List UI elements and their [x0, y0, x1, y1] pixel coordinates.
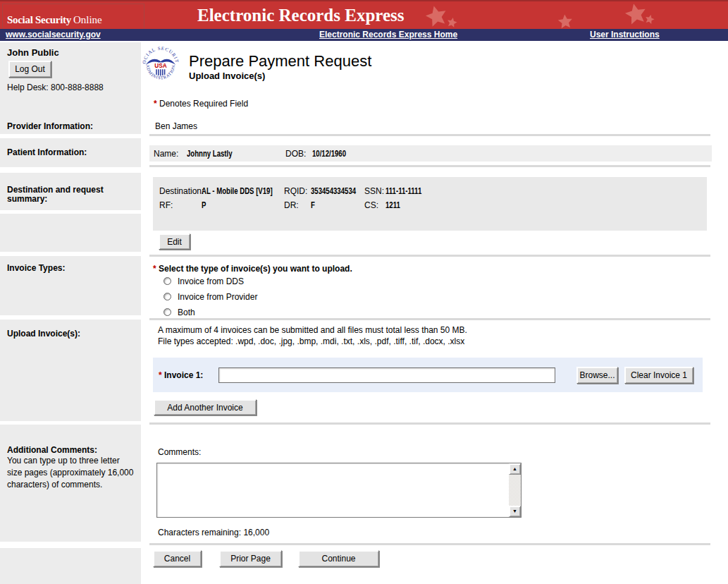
- svg-text:USA: USA: [154, 63, 166, 69]
- sidebar-comments-section: Additional Comments: You can type up to …: [0, 425, 141, 542]
- sidebar-footer-section: [0, 548, 141, 584]
- patient-name-value: Johnny Lastly: [187, 149, 233, 159]
- patient-name-label: Name:: [154, 149, 178, 159]
- invoice-1-label: * Invoice 1:: [159, 370, 203, 380]
- required-field-note: * Denotes Required Field: [154, 99, 248, 109]
- divider: [149, 422, 710, 425]
- sidebar-user-section: John Public Log Out Help Desk: 800-888-8…: [0, 42, 141, 134]
- patient-info-row: Name: Johnny Lastly DOB: 10/12/1960: [149, 145, 712, 162]
- brand-bold: Social Security: [7, 14, 71, 25]
- sidebar-item-provider-information: Provider Information:: [0, 121, 93, 131]
- banner-title: Electronic Records Express: [197, 6, 404, 25]
- ssn-label: SSN:: [364, 186, 384, 196]
- divider: [149, 165, 710, 167]
- destination-value: AL - Mobile DDS [V19]: [202, 186, 273, 196]
- sidebar-item-upload-invoices: Upload Invoice(s):: [0, 320, 141, 339]
- brand-regular: Online: [73, 14, 102, 25]
- sidebar-spacer-section: [0, 214, 141, 252]
- destination-label: Destination:: [159, 186, 204, 196]
- characters-remaining-text: Characters remaining: 16,000: [158, 528, 269, 537]
- rqid-label: RQID:: [284, 186, 307, 196]
- star-icon: [446, 16, 459, 29]
- scrollbar-down-icon[interactable]: ▼: [509, 506, 521, 517]
- rf-label: RF:: [159, 200, 173, 210]
- comments-scrollbar[interactable]: ▲ ▼: [509, 463, 521, 517]
- divider: [149, 543, 710, 545]
- page-title: Prepare Payment Request: [189, 52, 371, 71]
- radio-label-invoice-from-dds: Invoice from DDS: [178, 276, 244, 286]
- sidebar-item-additional-comments: Additional Comments:: [0, 425, 141, 455]
- destination-summary-box: Destination: AL - Mobile DDS [V19] RQID:…: [153, 177, 707, 231]
- comments-label: Comments:: [158, 447, 201, 457]
- browse-button[interactable]: Browse...: [576, 367, 618, 384]
- upload-instructions-line2: File types accepted: .wpd, .doc, .jpg, .…: [158, 336, 464, 346]
- divider: [149, 255, 710, 257]
- edit-button[interactable]: Edit: [159, 233, 190, 250]
- divider: [149, 134, 710, 136]
- ssn-value: 111-11-1111: [385, 186, 421, 196]
- brand-box: Social Security Online: [2, 4, 144, 29]
- radio-invoice-from-provider[interactable]: [164, 293, 171, 300]
- top-banner: Social Security Online Electronic Record…: [0, 0, 728, 29]
- patient-dob-value: 10/12/1960: [312, 149, 346, 159]
- star-icon: [643, 13, 655, 25]
- required-asterisk: *: [153, 264, 156, 274]
- sidebar-destination-section: Destination and request summary:: [0, 173, 141, 210]
- sidebar-item-patient-information: Patient Information:: [0, 138, 141, 157]
- sidebar-comments-note: You can type up to three letter size pag…: [0, 455, 134, 491]
- user-name: John Public: [7, 47, 59, 58]
- divider: [149, 318, 710, 320]
- star-icon: [557, 13, 574, 30]
- provider-name: Ben James: [155, 121, 197, 131]
- required-asterisk: *: [159, 370, 162, 380]
- cancel-button[interactable]: Cancel: [153, 550, 202, 567]
- sidebar-upload-section: Upload Invoice(s):: [0, 320, 141, 421]
- patient-dob-label: DOB:: [285, 149, 306, 159]
- nav-link-socialsecurity-gov[interactable]: www.socialsecurity.gov: [6, 30, 101, 39]
- add-another-invoice-button[interactable]: Add Another Invoice: [154, 399, 257, 415]
- dr-label: DR:: [284, 200, 299, 210]
- cs-label: CS:: [364, 200, 378, 210]
- upload-instructions-line1: A maximum of 4 invoices can be submitted…: [158, 325, 467, 335]
- clear-invoice-1-button[interactable]: Clear Invoice 1: [624, 367, 693, 384]
- continue-button[interactable]: Continue: [298, 550, 379, 567]
- nav-link-ere-home[interactable]: Electronic Records Express Home: [319, 30, 457, 39]
- page-subtitle: Upload Invoice(s): [189, 71, 265, 81]
- sidebar-item-destination-summary: Destination and request summary:: [0, 173, 130, 204]
- invoice-1-row: * Invoice 1: Browse... Clear Invoice 1: [153, 358, 703, 392]
- rqid-value: 353454334534: [311, 186, 356, 196]
- rf-value: P: [202, 200, 206, 210]
- logout-button[interactable]: Log Out: [8, 61, 51, 78]
- radio-label-invoice-from-provider: Invoice from Provider: [178, 292, 257, 302]
- invoice-1-file-input[interactable]: [218, 367, 555, 383]
- brand-wordmark: Social Security Online: [7, 14, 102, 26]
- sidebar-patient-section: Patient Information:: [0, 138, 141, 167]
- comments-textarea[interactable]: [157, 463, 509, 517]
- comments-textarea-wrap: ▲ ▼: [156, 463, 522, 518]
- sidebar-item-invoice-types: Invoice Types:: [0, 256, 141, 273]
- ssa-seal-logo: SOCIAL SECURITY ADMINISTRATION USA: [140, 44, 181, 85]
- sidebar-invoice-types-section: Invoice Types:: [0, 256, 141, 315]
- radio-invoice-from-dds[interactable]: [164, 277, 171, 285]
- help-desk-text: Help Desk: 800-888-8888: [7, 83, 104, 92]
- invoice-types-prompt: * Select the type of invoice(s) you want…: [153, 264, 352, 274]
- nav-bar: www.socialsecurity.gov Electronic Record…: [0, 29, 728, 41]
- radio-both[interactable]: [164, 308, 171, 316]
- prior-page-button[interactable]: Prior Page: [219, 550, 282, 567]
- required-asterisk: *: [154, 99, 157, 109]
- page: Social Security Online Electronic Record…: [0, 0, 728, 584]
- scrollbar-up-icon[interactable]: ▲: [509, 463, 521, 475]
- nav-link-user-instructions[interactable]: User Instructions: [590, 30, 660, 39]
- dr-value: F: [311, 200, 315, 210]
- radio-label-both: Both: [178, 308, 195, 317]
- cs-value: 1211: [385, 200, 400, 210]
